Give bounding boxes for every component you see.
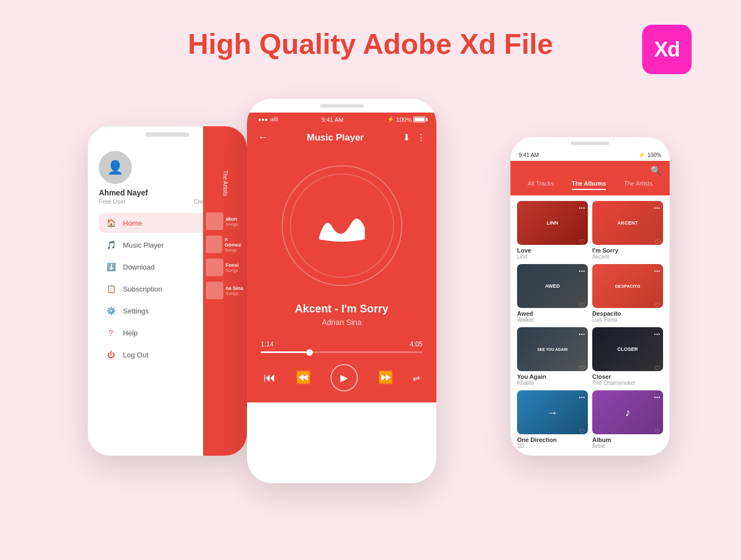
nav-label-download: Download [123,263,155,271]
like-icon[interactable]: ♡ [654,428,660,435]
album-sorry[interactable]: AKCENT ··· I'm Sorry Akcent ♡ [592,201,663,260]
prev-button[interactable]: ⏮ [263,371,276,385]
home-icon: 🏠 [105,219,116,227]
help-icon: ? [105,328,116,337]
status-time: 9:41 AM [322,116,344,123]
tab-the-artists[interactable]: The Artists [624,180,653,190]
tab-the-albums[interactable]: The Albums [572,180,607,190]
back-button[interactable]: ← [258,132,268,143]
album-artist: Akcent [592,254,663,260]
current-time: 1:14 [261,340,273,348]
right-status-time: 9:41 AM [519,152,539,158]
player-title: Music Player [307,132,364,143]
nav-label-settings: Settings [123,307,149,315]
subscription-icon: 📋 [105,284,116,293]
album-name: Awed [517,310,588,317]
album-closer[interactable]: CLOSER ··· Closer The Chainsmoker ♡ [592,327,663,386]
progress-fill [261,351,306,353]
album-extra[interactable]: ♪ ··· Album Artist ♡ [592,390,663,449]
album-awed[interactable]: AWED ··· Awed Walker ♡ [517,264,588,323]
nav-label-music: Music Player [123,241,164,249]
like-icon[interactable]: ♡ [654,365,660,372]
now-playing-title: Akcent - I'm Sorry [295,303,388,315]
right-phone-notch [510,137,670,149]
battery: ⚡ 100% [387,116,425,123]
right-battery-icon: ⚡ [638,152,645,158]
total-time: 4:05 [410,340,423,348]
left-phone: 👤 Ahmed Nayef Free User Credit : $0 USD … [88,126,247,456]
album-more-icon[interactable]: ··· [579,393,585,402]
playback-controls: ⏮ ⏪ ▶ ⏩ ⇌ [258,364,425,391]
crown-logo [315,209,369,242]
right-phone: 9:41 AM ⚡ 100% 🔍 All Tracks The Albums T… [510,137,670,456]
center-phone-notch [247,99,436,113]
album-seeyouagain[interactable]: SEE YOU AGAIN ··· You Again Khalifa ♡ [517,327,588,386]
album-love[interactable]: LINN ··· Love Linn ♡ [517,201,588,260]
vinyl-disc [282,165,402,286]
more-options-icon[interactable]: ⋮ [417,132,425,143]
album-direction[interactable]: → ··· One Direction 1D ♡ [517,390,588,449]
like-icon[interactable]: ♡ [654,238,660,246]
album-more-icon[interactable]: ··· [654,393,660,402]
album-artist: The Chainsmoker [592,380,663,386]
album-artist: Khalifa [517,380,588,386]
song-item-3: Fonsi Songs [206,259,244,276]
page-header: High Quality Adobe Xd File [0,0,741,60]
tab-all-tracks[interactable]: All Tracks [527,180,554,190]
overlay-tab: The Artists [222,170,228,196]
xd-icon: Xd [642,25,692,74]
album-name: Album [592,436,663,443]
overlay-strip: The Artists akon Songs n Gomez Songs [203,126,247,456]
album-more-icon[interactable]: ··· [654,330,660,339]
nav-label-home: Home [123,219,142,227]
album-artist: Walker [517,317,588,323]
progress-thumb [306,349,313,356]
song-item-2: n Gomez Songs [206,236,244,253]
rewind-button[interactable]: ⏪ [296,371,311,385]
like-icon[interactable]: ♡ [579,238,585,246]
song-item-4: na Sina Songs [206,282,244,299]
progress-container[interactable]: 1:14 4:05 [258,340,425,364]
now-playing-artist: Adrian Sina [322,318,361,327]
forward-button[interactable]: ⏩ [378,371,393,385]
avatar: 👤 [99,151,132,184]
download-icon: ⬇️ [105,262,116,271]
phones-container: 👤 Ahmed Nayef Free User Credit : $0 USD … [0,82,741,478]
like-icon[interactable]: ♡ [579,301,585,309]
album-more-icon[interactable]: ··· [579,267,585,276]
album-more-icon[interactable]: ··· [654,267,660,276]
album-name: I'm Sorry [592,247,663,254]
like-icon[interactable]: ♡ [579,428,585,435]
albums-tabs: All Tracks The Albums The Artists [519,180,661,195]
shuffle-button[interactable]: ⇌ [413,373,420,383]
albums-grid: LINN ··· Love Linn ♡ AKCENT ··· I'm Sorr… [510,195,670,455]
album-despacito[interactable]: DESPACITO ··· Despacito Luis Fonsi ♡ [592,264,663,323]
album-name: You Again [517,373,588,380]
status-bar: ●●● wifi 9:41 AM ⚡ 100% [247,113,436,126]
album-more-icon[interactable]: ··· [579,330,585,339]
search-icon[interactable]: 🔍 [650,165,661,176]
play-button[interactable]: ▶ [330,364,358,391]
nav-label-logout: Log Out [123,351,148,359]
download-cloud-icon[interactable]: ⬇ [403,132,410,143]
signal-icons: ●●● wifi [258,116,278,122]
song-list: akon Songs n Gomez Songs Fonsi Songs [203,207,247,305]
song-item-1: akon Songs [206,212,244,230]
header-icons: ⬇ ⋮ [403,132,425,143]
user-type: Free User [99,198,126,205]
like-icon[interactable]: ♡ [654,301,660,309]
like-icon[interactable]: ♡ [579,365,585,372]
album-name: One Direction [517,436,588,443]
progress-bar[interactable] [261,351,423,353]
album-artist: Artist [592,443,663,449]
album-name: Love [517,247,588,254]
album-more-icon[interactable]: ··· [654,204,660,212]
player-body: Akcent - I'm Sorry Adrian Sina 1:14 4:05… [247,149,436,402]
player-header: ← Music Player ⬇ ⋮ [247,126,436,149]
album-artist: 1D [517,443,588,449]
album-more-icon[interactable]: ··· [579,204,585,212]
settings-icon: ⚙️ [105,306,116,315]
center-phone: ●●● wifi 9:41 AM ⚡ 100% ← Music Player ⬇… [247,99,436,483]
album-artist: Linn [517,254,588,260]
nav-label-help: Help [123,329,138,337]
